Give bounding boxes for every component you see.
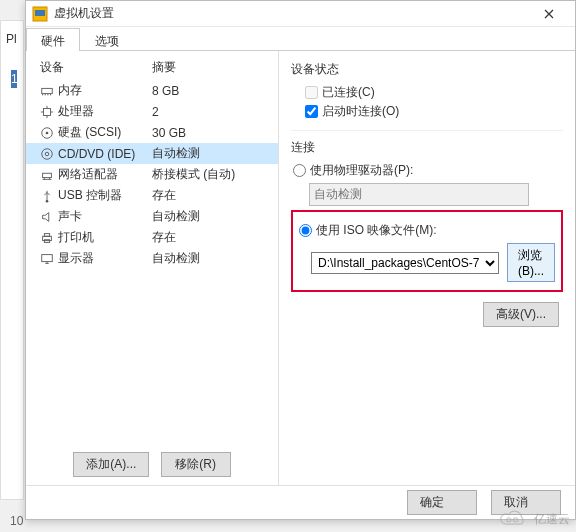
memory-icon <box>40 84 54 98</box>
bg-vm-index: 1 <box>11 70 17 88</box>
svg-point-9 <box>46 199 49 202</box>
hw-name: 硬盘 (SCSI) <box>58 124 152 141</box>
ok-button[interactable]: 确定 <box>407 490 477 515</box>
svg-rect-2 <box>42 88 53 93</box>
hw-name: 处理器 <box>58 103 152 120</box>
tab-hardware[interactable]: 硬件 <box>26 28 80 51</box>
separator <box>291 130 563 131</box>
watermark: 亿速云 <box>496 508 570 530</box>
bg-text-pl: Pl <box>6 32 17 46</box>
hw-name: 内存 <box>58 82 152 99</box>
display-icon <box>40 252 54 266</box>
watermark-text: 亿速云 <box>534 511 570 528</box>
device-status-title: 设备状态 <box>291 61 563 78</box>
hw-row-cd[interactable]: CD/DVD (IDE)自动检测 <box>26 143 278 164</box>
connected-label: 已连接(C) <box>322 84 375 101</box>
svg-point-5 <box>46 131 49 134</box>
add-button[interactable]: 添加(A)... <box>73 452 149 477</box>
iso-path-combo[interactable]: D:\Install_packages\CentOS-7 <box>311 252 499 274</box>
hw-row-disk[interactable]: 硬盘 (SCSI)30 GB <box>26 122 278 143</box>
sound-icon <box>40 210 54 224</box>
svg-point-6 <box>42 148 53 159</box>
cloud-icon <box>496 508 530 530</box>
hw-summary: 2 <box>152 105 159 119</box>
printer-icon <box>40 231 54 245</box>
usb-icon <box>40 189 54 203</box>
connect-on-start-row[interactable]: 启动时连接(O) <box>305 103 563 120</box>
use-iso-row[interactable]: 使用 ISO 映像文件(M): <box>299 222 555 239</box>
hw-summary: 自动检测 <box>152 250 200 267</box>
tab-bar: 硬件 选项 <box>26 27 575 51</box>
connection-title: 连接 <box>291 139 563 156</box>
dialog-body: 设备 摘要 内存8 GB处理器2硬盘 (SCSI)30 GBCD/DVD (ID… <box>26 51 575 485</box>
hw-name: 打印机 <box>58 229 152 246</box>
svg-point-14 <box>507 518 511 522</box>
hw-row-network[interactable]: 网络适配器桥接模式 (自动) <box>26 164 278 185</box>
svg-rect-3 <box>44 108 51 115</box>
cd-icon <box>40 147 54 161</box>
cpu-icon <box>40 105 54 119</box>
use-physical-label: 使用物理驱动器(P): <box>310 162 413 179</box>
hw-summary: 存在 <box>152 187 176 204</box>
hw-summary: 存在 <box>152 229 176 246</box>
bg-text-bottom: 10 <box>10 514 23 528</box>
hardware-buttons: 添加(A)... 移除(R) <box>26 444 278 485</box>
background-panel <box>0 20 24 500</box>
use-physical-radio[interactable] <box>293 164 306 177</box>
app-icon <box>32 6 48 22</box>
hw-row-cpu[interactable]: 处理器2 <box>26 101 278 122</box>
hw-name: 显示器 <box>58 250 152 267</box>
titlebar: 虚拟机设置 <box>26 1 575 27</box>
use-iso-radio[interactable] <box>299 224 312 237</box>
disk-icon <box>40 126 54 140</box>
hw-row-printer[interactable]: 打印机存在 <box>26 227 278 248</box>
vm-settings-dialog: 虚拟机设置 硬件 选项 设备 摘要 内存8 GB处理器2硬盘 (SCSI)30 … <box>25 0 576 520</box>
connected-checkbox <box>305 86 318 99</box>
use-physical-row[interactable]: 使用物理驱动器(P): <box>293 162 563 179</box>
hw-name: 声卡 <box>58 208 152 225</box>
hardware-header: 设备 摘要 <box>26 51 278 80</box>
connect-on-start-checkbox[interactable] <box>305 105 318 118</box>
hw-name: 网络适配器 <box>58 166 152 183</box>
svg-point-7 <box>45 152 49 156</box>
hw-summary: 8 GB <box>152 84 179 98</box>
hw-summary: 30 GB <box>152 126 186 140</box>
browse-button[interactable]: 浏览(B)... <box>507 243 555 282</box>
iso-highlight-box: 使用 ISO 映像文件(M): D:\Install_packages\Cent… <box>291 210 563 292</box>
close-button[interactable] <box>529 1 569 27</box>
use-iso-label: 使用 ISO 映像文件(M): <box>316 222 437 239</box>
hw-summary: 自动检测 <box>152 208 200 225</box>
physical-drive-combo: 自动检测 <box>309 183 529 206</box>
detail-panel: 设备状态 已连接(C) 启动时连接(O) 连接 使用物理驱动器(P): 自动检测… <box>279 51 575 485</box>
dialog-footer: 确定 取消 <box>26 485 575 519</box>
remove-button[interactable]: 移除(R) <box>161 452 231 477</box>
svg-rect-13 <box>42 254 53 261</box>
hw-row-usb[interactable]: USB 控制器存在 <box>26 185 278 206</box>
dialog-title: 虚拟机设置 <box>54 5 529 22</box>
hw-row-sound[interactable]: 声卡自动检测 <box>26 206 278 227</box>
hw-row-memory[interactable]: 内存8 GB <box>26 80 278 101</box>
col-summary: 摘要 <box>152 59 176 76</box>
hw-summary: 自动检测 <box>152 145 200 162</box>
hw-row-display[interactable]: 显示器自动检测 <box>26 248 278 269</box>
hardware-list: 内存8 GB处理器2硬盘 (SCSI)30 GBCD/DVD (IDE)自动检测… <box>26 80 278 444</box>
close-icon <box>544 9 554 19</box>
connected-checkbox-row[interactable]: 已连接(C) <box>305 84 563 101</box>
svg-rect-1 <box>35 10 45 16</box>
col-device: 设备 <box>40 59 152 76</box>
tab-options[interactable]: 选项 <box>80 28 134 51</box>
svg-point-15 <box>513 518 517 522</box>
hw-name: CD/DVD (IDE) <box>58 147 152 161</box>
hw-summary: 桥接模式 (自动) <box>152 166 235 183</box>
hw-name: USB 控制器 <box>58 187 152 204</box>
network-icon <box>40 168 54 182</box>
svg-rect-8 <box>43 173 52 177</box>
hardware-panel: 设备 摘要 内存8 GB处理器2硬盘 (SCSI)30 GBCD/DVD (ID… <box>26 51 279 485</box>
advanced-button[interactable]: 高级(V)... <box>483 302 559 327</box>
connect-on-start-label: 启动时连接(O) <box>322 103 399 120</box>
svg-rect-11 <box>44 233 49 236</box>
